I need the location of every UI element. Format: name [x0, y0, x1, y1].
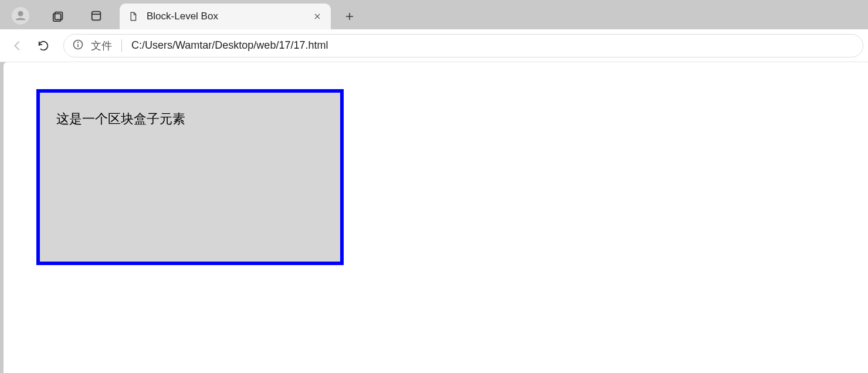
- reload-button[interactable]: [30, 33, 56, 59]
- svg-point-0: [18, 12, 22, 16]
- url-scheme-label: 文件: [91, 39, 112, 53]
- block-level-box: 这是一个区块盒子元素: [36, 89, 344, 265]
- back-button[interactable]: [5, 33, 30, 59]
- tabactions-icon[interactable]: [88, 8, 104, 24]
- info-icon[interactable]: [72, 39, 84, 53]
- svg-point-11: [78, 42, 79, 42]
- new-tab-button[interactable]: [338, 5, 361, 28]
- browser-tab[interactable]: Block-Level Box: [120, 4, 331, 29]
- tab-title: Block-Level Box: [147, 11, 312, 22]
- titlebar: Block-Level Box: [0, 0, 868, 29]
- titlebar-icons: [0, 7, 116, 29]
- url-input[interactable]: 文件 C:/Users/Wamtar/Desktop/web/17/17.htm…: [63, 34, 863, 57]
- close-icon[interactable]: [312, 11, 323, 22]
- page-icon: [128, 11, 138, 22]
- url-separator: [121, 39, 122, 52]
- block-box-text: 这是一个区块盒子元素: [56, 110, 340, 128]
- collections-icon[interactable]: [50, 8, 67, 24]
- addressbar: 文件 C:/Users/Wamtar/Desktop/web/17/17.htm…: [0, 29, 868, 62]
- svg-rect-3: [92, 12, 101, 21]
- profile-icon[interactable]: [12, 7, 29, 25]
- page-viewport[interactable]: 这是一个区块盒子元素: [4, 62, 868, 373]
- page-body: 这是一个区块盒子元素: [4, 62, 868, 265]
- url-path: C:/Users/Wamtar/Desktop/web/17/17.html: [131, 39, 855, 52]
